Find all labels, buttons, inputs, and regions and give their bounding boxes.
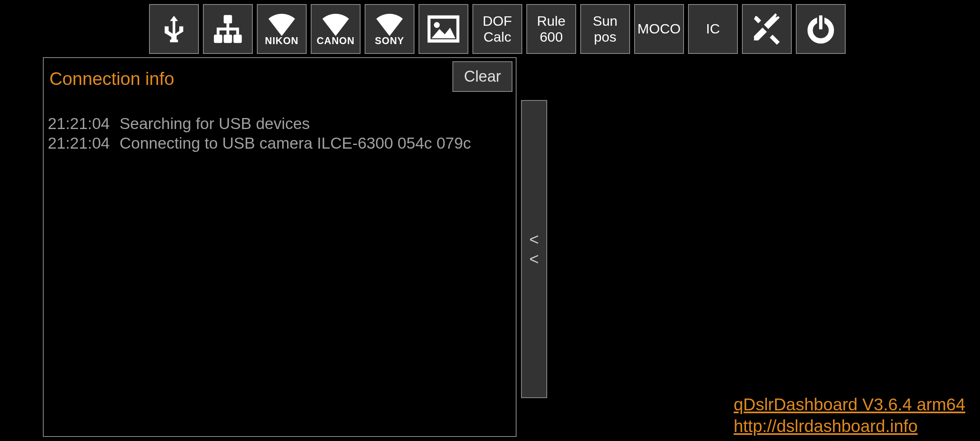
gallery-button[interactable] bbox=[419, 4, 468, 54]
power-icon bbox=[805, 13, 837, 45]
log-msg: Connecting to USB camera ILCE-6300 054c … bbox=[120, 134, 471, 152]
sun-line2: pos bbox=[594, 29, 617, 45]
usb-icon bbox=[158, 11, 190, 47]
log-line: 21:21:04Connecting to USB camera ILCE-63… bbox=[48, 134, 512, 153]
svg-rect-0 bbox=[224, 15, 232, 24]
wifi-sony-button[interactable]: SONY bbox=[365, 4, 414, 54]
usb-button[interactable] bbox=[149, 4, 199, 54]
svg-rect-1 bbox=[214, 35, 223, 43]
dof-calc-button[interactable]: DOF Calc bbox=[472, 4, 522, 54]
network-icon bbox=[211, 12, 245, 46]
tools-icon bbox=[750, 12, 784, 46]
power-button[interactable] bbox=[796, 4, 846, 54]
log-msg: Searching for USB devices bbox=[120, 115, 310, 132]
collapse-handle[interactable]: < < bbox=[521, 100, 547, 398]
panel-header: Connection info Clear bbox=[44, 58, 516, 92]
chevron-left-icon: < bbox=[529, 250, 539, 268]
log-time: 21:21:04 bbox=[48, 114, 110, 134]
dof-line2: Calc bbox=[483, 29, 511, 45]
svg-rect-3 bbox=[234, 35, 242, 43]
rule-line2: 600 bbox=[540, 29, 563, 45]
website-link[interactable]: http://dslrdashboard.info bbox=[734, 416, 965, 437]
log-time: 21:21:04 bbox=[48, 134, 110, 153]
rule-600-button[interactable]: Rule 600 bbox=[526, 4, 576, 54]
moco-label: MOCO bbox=[637, 21, 681, 37]
moco-button[interactable]: MOCO bbox=[634, 4, 684, 54]
chevron-left-icon: < bbox=[529, 230, 539, 248]
svg-rect-7 bbox=[818, 14, 824, 30]
wifi-sony-label: SONY bbox=[375, 35, 404, 47]
wifi-icon bbox=[320, 11, 352, 37]
wifi-canon-button[interactable]: CANON bbox=[311, 4, 361, 54]
wifi-canon-label: CANON bbox=[317, 35, 355, 47]
sun-pos-button[interactable]: Sun pos bbox=[580, 4, 630, 54]
log-area: 21:21:04Searching for USB devices 21:21:… bbox=[44, 92, 516, 157]
tools-button[interactable] bbox=[742, 4, 792, 54]
svg-rect-2 bbox=[224, 35, 232, 43]
log-line: 21:21:04Searching for USB devices bbox=[48, 114, 512, 134]
wifi-icon bbox=[374, 11, 405, 37]
sun-line1: Sun bbox=[593, 13, 618, 29]
footer: qDslrDashboard V3.6.4 arm64 http://dslrd… bbox=[734, 394, 965, 437]
clear-button[interactable]: Clear bbox=[452, 61, 512, 92]
ic-button[interactable]: IC bbox=[688, 4, 738, 54]
panel-title: Connection info bbox=[49, 61, 174, 89]
top-toolbar: NIKON CANON SONY DOF Calc Rule 600 Sun p… bbox=[0, 0, 980, 54]
dof-line1: DOF bbox=[483, 13, 512, 29]
network-button[interactable] bbox=[203, 4, 253, 54]
wifi-nikon-label: NIKON bbox=[265, 35, 298, 47]
image-icon bbox=[428, 15, 459, 43]
app-version[interactable]: qDslrDashboard V3.6.4 arm64 bbox=[734, 394, 965, 416]
wifi-icon bbox=[266, 11, 298, 37]
ic-label: IC bbox=[706, 21, 720, 37]
rule-line1: Rule bbox=[537, 13, 566, 29]
connection-info-panel: Connection info Clear 21:21:04Searching … bbox=[43, 57, 517, 437]
svg-point-5 bbox=[434, 22, 440, 28]
wifi-nikon-button[interactable]: NIKON bbox=[257, 4, 307, 54]
